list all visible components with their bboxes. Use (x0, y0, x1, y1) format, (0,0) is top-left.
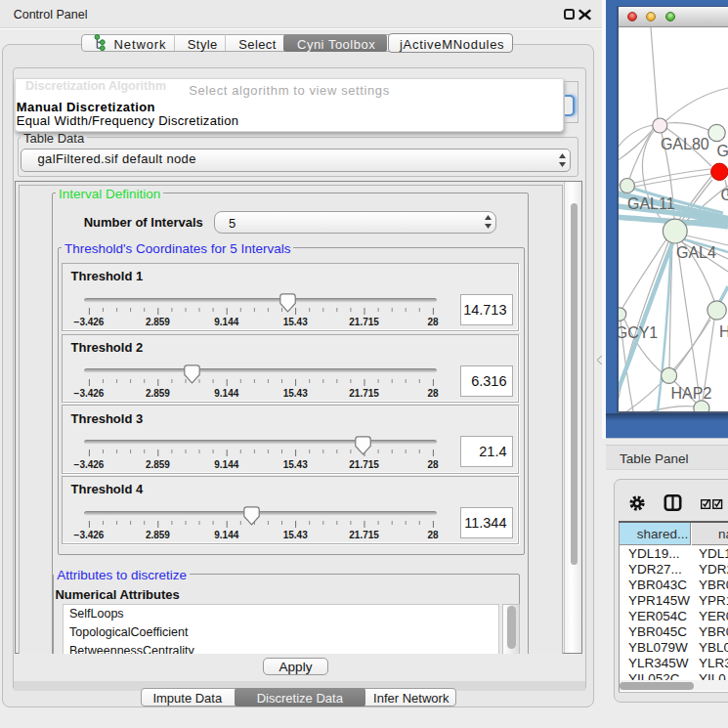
svg-text:GA: GA (717, 143, 728, 159)
svg-text:HAP2: HAP2 (671, 385, 712, 402)
svg-text:GAL4: GAL4 (676, 244, 716, 261)
svg-text:G: G (721, 187, 728, 203)
svg-text:GCY1: GCY1 (619, 324, 658, 341)
svg-text:H: H (719, 323, 728, 340)
svg-text:GAL11: GAL11 (627, 195, 675, 212)
svg-text:GAL80: GAL80 (661, 136, 709, 152)
